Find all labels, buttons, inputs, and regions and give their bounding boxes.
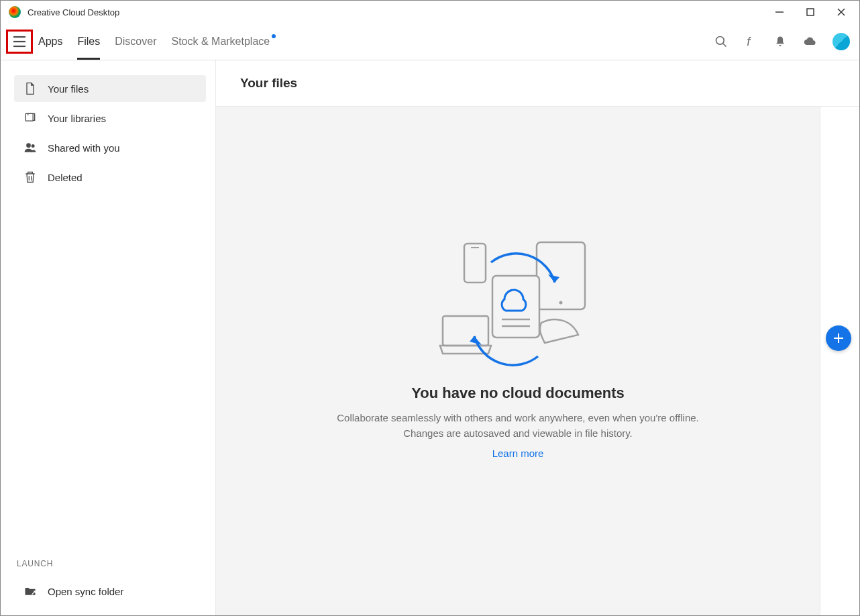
window-titlebar: Creative Cloud Desktop <box>1 1 859 23</box>
window-maximize-button[interactable] <box>804 6 816 18</box>
svg-rect-10 <box>25 113 33 121</box>
plus-icon <box>832 332 845 344</box>
tab-label: Apps <box>38 36 62 48</box>
window-minimize-button[interactable] <box>773 6 786 18</box>
learn-more-link[interactable]: Learn more <box>492 448 544 459</box>
menu-button[interactable] <box>13 36 26 48</box>
sidebar-item-your-files[interactable]: Your files <box>14 75 206 102</box>
sidebar-item-your-libraries[interactable]: Your libraries <box>14 105 206 132</box>
svg-line-8 <box>723 44 727 47</box>
sidebar-item-label: Your files <box>48 83 89 95</box>
tab-label: Discover <box>115 36 156 48</box>
tab-files[interactable]: Files <box>77 23 100 60</box>
sidebar-item-label: Your libraries <box>48 113 106 124</box>
sidebar-item-shared[interactable]: Shared with you <box>14 134 206 161</box>
bell-icon <box>773 34 787 49</box>
empty-title: You have no cloud documents <box>330 384 706 402</box>
svg-point-12 <box>32 144 35 148</box>
launch-heading: LAUNCH <box>17 559 206 568</box>
window-close-button[interactable] <box>835 6 847 18</box>
launch-section: LAUNCH Open sync folder <box>14 559 206 605</box>
sidebar-item-label: Deleted <box>48 172 83 183</box>
svg-text:f: f <box>747 34 751 48</box>
sidebar-item-open-sync-folder[interactable]: Open sync folder <box>14 578 206 605</box>
svg-rect-15 <box>464 244 486 283</box>
search-button[interactable] <box>714 35 728 48</box>
svg-rect-17 <box>443 316 488 346</box>
svg-point-11 <box>26 143 31 148</box>
sidebar-item-label: Open sync folder <box>48 586 123 597</box>
main-header: Apps Files Discover Stock & Marketplace … <box>1 23 859 60</box>
empty-illustration-icon <box>437 236 598 376</box>
sidebar: Your files Your libraries Shared with yo… <box>1 60 215 615</box>
notifications-button[interactable] <box>773 35 787 48</box>
svg-point-7 <box>716 37 724 45</box>
content-area: You have no cloud documents Collaborate … <box>216 107 820 615</box>
content-header: Your files <box>216 60 859 107</box>
cloud-sync-button[interactable] <box>803 35 816 48</box>
cloud-icon <box>803 34 816 49</box>
window-title: Creative Cloud Desktop <box>28 7 119 17</box>
account-avatar[interactable] <box>832 33 850 50</box>
body: Your files Your libraries Shared with yo… <box>1 60 859 615</box>
main-panel: Your files <box>215 60 859 615</box>
hamburger-icon <box>13 36 26 48</box>
trash-icon <box>23 170 37 184</box>
fonts-icon: f <box>744 34 757 49</box>
file-icon <box>23 82 37 95</box>
tab-label: Stock & Marketplace <box>171 36 270 48</box>
tab-discover[interactable]: Discover <box>115 23 156 60</box>
empty-description: Collaborate seamlessly with others and w… <box>330 410 706 442</box>
search-icon <box>714 34 728 49</box>
sidebar-item-label: Shared with you <box>48 142 120 154</box>
folder-sync-icon <box>23 584 37 598</box>
add-button[interactable] <box>826 325 851 351</box>
empty-state: You have no cloud documents Collaborate … <box>330 236 706 487</box>
tab-label: Files <box>77 36 100 48</box>
tab-apps[interactable]: Apps <box>38 23 62 60</box>
notification-dot-icon <box>272 34 276 38</box>
nav-tabs: Apps Files Discover Stock & Marketplace <box>38 23 274 60</box>
fonts-button[interactable]: f <box>744 35 757 48</box>
svg-rect-13 <box>537 242 585 309</box>
tab-stock[interactable]: Stock & Marketplace <box>171 23 274 60</box>
libraries-icon <box>23 111 37 125</box>
people-icon <box>23 141 37 154</box>
svg-rect-1 <box>807 9 814 15</box>
app-icon <box>9 6 21 18</box>
page-title: Your files <box>240 76 297 91</box>
sidebar-item-deleted[interactable]: Deleted <box>14 164 206 191</box>
svg-point-14 <box>559 301 563 304</box>
menu-button-highlight <box>6 30 33 54</box>
svg-rect-18 <box>492 276 539 338</box>
